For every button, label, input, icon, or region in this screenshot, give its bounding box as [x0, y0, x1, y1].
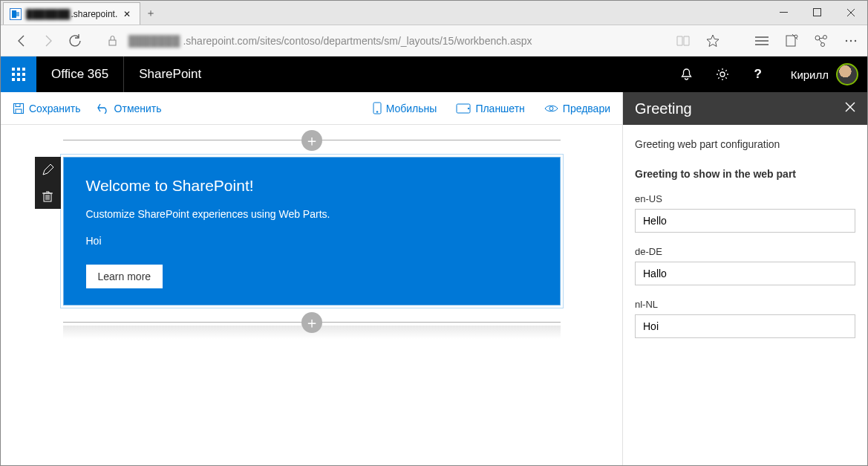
- svg-point-11: [794, 35, 797, 38]
- field-de-de: de-DE: [635, 246, 855, 285]
- url-blurred: ███████: [128, 35, 180, 47]
- pane-title: Greeting: [635, 100, 692, 117]
- sharepoint-favicon: [10, 8, 22, 20]
- svg-rect-25: [22, 73, 25, 76]
- svg-rect-6: [109, 40, 116, 45]
- section-divider-top: ＋: [63, 140, 561, 140]
- field-en-us: en-US: [635, 193, 855, 233]
- canvas: ＋ Welcome to SharePoint! Customize Share…: [1, 125, 622, 465]
- field-label: nl-NL: [635, 299, 855, 310]
- svg-rect-31: [16, 103, 20, 106]
- svg-line-16: [819, 39, 822, 43]
- page-toolbar: Сохранить Отменить Мобильны Планшетн Пре…: [1, 92, 622, 125]
- hub-icon[interactable]: [753, 32, 771, 50]
- tab-title-suffix: .sharepoint.: [71, 9, 118, 19]
- url-text: .sharepoint.com/sites/contoso/department…: [183, 35, 532, 47]
- pane-header: Greeting: [623, 92, 867, 125]
- svg-point-14: [821, 42, 825, 46]
- notifications-icon[interactable]: [669, 56, 705, 92]
- tablet-button[interactable]: Планшетн: [450, 99, 530, 117]
- pane-section-label: Greeting to show in the web part: [635, 168, 855, 180]
- add-section-bottom[interactable]: ＋: [301, 312, 322, 333]
- avatar: [836, 63, 858, 85]
- lock-icon[interactable]: [99, 27, 125, 54]
- svg-rect-32: [16, 109, 22, 114]
- url-field[interactable]: ███████ .sharepoint.com/sites/contoso/de…: [125, 35, 674, 47]
- field-input-en-us[interactable]: [635, 209, 855, 233]
- brand-label[interactable]: Office 365: [36, 56, 124, 92]
- svg-rect-0: [12, 10, 16, 18]
- svg-rect-27: [17, 78, 20, 81]
- pane-close-button[interactable]: [842, 99, 858, 118]
- svg-rect-21: [17, 68, 20, 71]
- svg-rect-1: [16, 12, 19, 16]
- discard-label: Отменить: [114, 103, 162, 114]
- tab-title-blurred: ███████: [26, 9, 71, 19]
- help-icon[interactable]: ?: [740, 56, 776, 92]
- refresh-button[interactable]: [62, 27, 88, 54]
- browser-address-bar: ███████ .sharepoint.com/sites/contoso/de…: [1, 25, 867, 56]
- forward-button[interactable]: [35, 27, 62, 54]
- svg-point-29: [720, 72, 725, 77]
- svg-point-37: [549, 106, 553, 110]
- reading-view-icon[interactable]: [674, 32, 692, 50]
- tab-close-icon[interactable]: ✕: [120, 9, 134, 19]
- minimize-button[interactable]: [767, 0, 800, 25]
- user-label[interactable]: Кирилл: [776, 56, 867, 92]
- greeting-webpart[interactable]: Welcome to SharePoint! Customize SharePo…: [63, 157, 561, 305]
- browser-tab[interactable]: ███████ .sharepoint. ✕: [3, 2, 140, 25]
- notes-icon[interactable]: [783, 32, 800, 50]
- webpart-subtitle: Customize SharePoint experiences using W…: [86, 208, 538, 220]
- share-icon[interactable]: [812, 32, 830, 50]
- back-button[interactable]: [8, 27, 35, 54]
- preview-label: Предвари: [563, 103, 610, 114]
- menu-icon[interactable]: [842, 32, 860, 50]
- close-window-button[interactable]: [834, 0, 867, 25]
- section-divider-bottom: ＋: [63, 322, 561, 323]
- user-name: Кирилл: [791, 68, 829, 81]
- webpart-title: Welcome to SharePoint!: [86, 177, 538, 195]
- discard-button[interactable]: Отменить: [91, 100, 168, 117]
- property-pane: Greeting Greeting web part configuration…: [622, 92, 867, 465]
- field-label: de-DE: [635, 246, 855, 257]
- webpart-controls: [35, 157, 61, 209]
- svg-point-34: [376, 111, 378, 113]
- svg-point-19: [855, 39, 856, 41]
- webpart-wrapper: Welcome to SharePoint! Customize SharePo…: [63, 157, 561, 305]
- save-label: Сохранить: [29, 103, 81, 114]
- svg-rect-30: [14, 103, 24, 113]
- tablet-label: Планшетн: [475, 103, 524, 114]
- mobile-label: Мобильны: [386, 103, 437, 114]
- browser-right-controls: [674, 32, 860, 50]
- app-label[interactable]: SharePoint: [124, 56, 216, 92]
- suite-bar: Office 365 SharePoint ? Кирилл: [1, 56, 867, 92]
- add-section-top[interactable]: ＋: [301, 130, 322, 151]
- svg-rect-3: [814, 9, 821, 16]
- maximize-button[interactable]: [800, 0, 834, 25]
- webpart-greeting: Hoi: [86, 235, 538, 247]
- new-tab-button[interactable]: ＋: [140, 2, 161, 25]
- svg-rect-23: [12, 73, 15, 76]
- preview-button[interactable]: Предвари: [538, 99, 616, 117]
- mobile-button[interactable]: Мобильны: [367, 99, 443, 117]
- svg-rect-26: [12, 78, 15, 81]
- field-input-nl-nl[interactable]: [635, 314, 855, 338]
- delete-webpart-button[interactable]: [35, 183, 61, 209]
- learn-more-button[interactable]: Learn more: [86, 265, 163, 288]
- svg-point-17: [846, 39, 847, 41]
- field-nl-nl: nl-NL: [635, 299, 855, 338]
- svg-point-36: [469, 108, 470, 109]
- svg-point-13: [823, 35, 827, 39]
- svg-point-18: [850, 39, 852, 41]
- app-launcher[interactable]: [1, 56, 36, 92]
- save-button[interactable]: Сохранить: [7, 100, 87, 117]
- pane-description: Greeting web part configuration: [635, 138, 855, 150]
- edit-webpart-button[interactable]: [35, 157, 61, 183]
- favorite-icon[interactable]: [704, 32, 722, 50]
- window-controls: [767, 0, 867, 25]
- svg-rect-22: [22, 68, 25, 71]
- field-input-de-de[interactable]: [635, 262, 855, 285]
- settings-icon[interactable]: [705, 56, 740, 92]
- svg-rect-10: [786, 36, 795, 46]
- browser-tab-bar: ███████ .sharepoint. ✕ ＋: [1, 1, 867, 25]
